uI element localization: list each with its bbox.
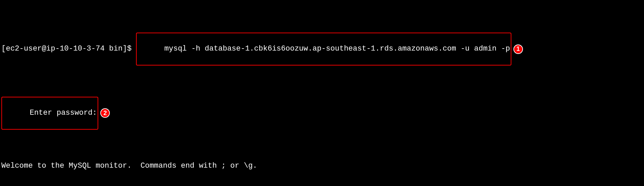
command-line: [ec2-user@ip-10-10-3-74 bin]$ mysql -h d… xyxy=(1,33,643,65)
password-line: Enter password: 2 xyxy=(1,97,643,129)
welcome-line: Welcome to the MySQL monitor. Commands e… xyxy=(1,161,643,171)
enter-password-text: Enter password: xyxy=(30,109,97,117)
password-highlight-box: Enter password: xyxy=(1,97,98,129)
terminal-output: [ec2-user@ip-10-10-3-74 bin]$ mysql -h d… xyxy=(1,1,643,186)
annotation-badge-1: 1 xyxy=(513,44,523,54)
mysql-command: mysql -h database-1.cbk6is6oozuw.ap-sout… xyxy=(164,44,510,53)
annotation-badge-2: 2 xyxy=(100,108,110,118)
command-highlight-box: mysql -h database-1.cbk6is6oozuw.ap-sout… xyxy=(136,33,511,65)
shell-prompt: [ec2-user@ip-10-10-3-74 bin]$ xyxy=(1,44,136,54)
